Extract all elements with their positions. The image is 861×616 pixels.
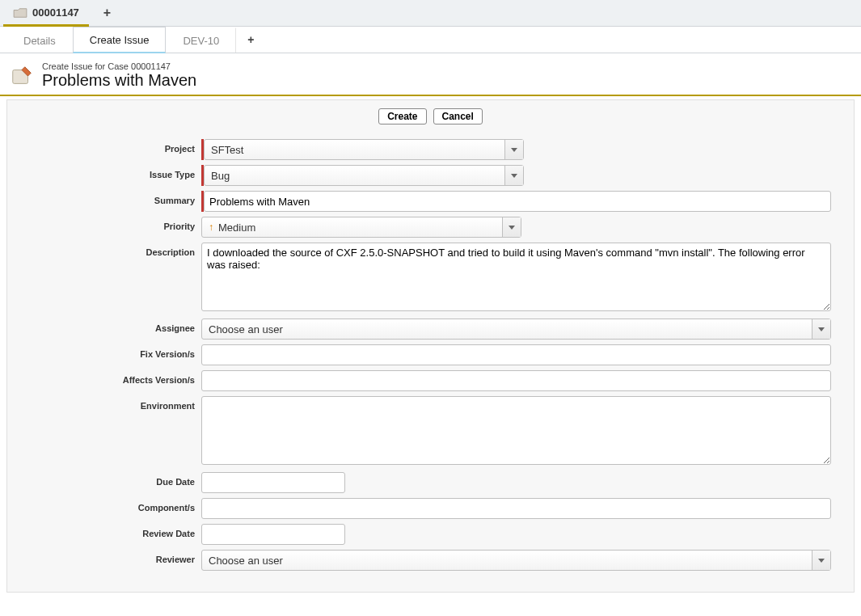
priority-arrow-icon: ↑ xyxy=(209,222,213,233)
case-icon xyxy=(13,7,27,19)
action-buttons: Create Cancel xyxy=(7,108,854,124)
assignee-placeholder: Choose an user xyxy=(202,323,812,335)
label-issue-type: Issue Type xyxy=(7,165,201,179)
dropdown-icon xyxy=(504,166,523,185)
case-number: 00001147 xyxy=(32,6,79,19)
dropdown-icon xyxy=(812,319,830,339)
form-panel: Create Cancel Project SFTest Issue Type … xyxy=(6,99,855,593)
issue-type-select[interactable]: Bug xyxy=(204,165,524,186)
reviewer-placeholder: Choose an user xyxy=(202,555,812,567)
description-textarea[interactable] xyxy=(201,243,831,311)
add-sub-tab-button[interactable]: + xyxy=(236,27,265,53)
required-mark xyxy=(201,191,204,212)
label-assignee: Assignee xyxy=(7,319,201,333)
summary-input[interactable] xyxy=(204,191,831,212)
label-review-date: Review Date xyxy=(7,524,201,538)
page-title: Problems with Maven xyxy=(42,71,196,90)
label-due-date: Due Date xyxy=(7,472,201,487)
label-summary: Summary xyxy=(7,191,201,205)
label-components: Component/s xyxy=(7,498,201,513)
add-top-tab-button[interactable]: + xyxy=(103,6,111,20)
header-divider xyxy=(0,95,861,96)
fix-versions-input[interactable] xyxy=(201,344,831,365)
label-fix-versions: Fix Version/s xyxy=(7,344,201,359)
case-tab[interactable]: 00001147 xyxy=(3,2,89,27)
issue-type-value: Bug xyxy=(205,170,504,182)
due-date-input[interactable] xyxy=(201,472,345,493)
affects-versions-input[interactable] xyxy=(201,370,831,391)
tab-dev-10[interactable]: DEV-10 xyxy=(166,27,236,53)
dropdown-icon xyxy=(502,217,521,237)
label-project: Project xyxy=(7,139,201,154)
priority-value: Medium xyxy=(218,222,255,234)
dropdown-icon xyxy=(812,551,830,570)
environment-textarea[interactable] xyxy=(201,396,831,465)
required-mark xyxy=(201,139,204,160)
create-button[interactable]: Create xyxy=(378,108,426,124)
create-issue-icon xyxy=(10,64,34,88)
priority-select[interactable]: ↑Medium xyxy=(201,217,521,238)
dropdown-icon xyxy=(504,140,523,159)
reviewer-select[interactable]: Choose an user xyxy=(201,550,831,571)
tab-create-issue[interactable]: Create Issue xyxy=(73,27,167,53)
components-input[interactable] xyxy=(201,498,831,519)
tab-details[interactable]: Details xyxy=(6,27,73,53)
sub-tab-bar: Details Create Issue DEV-10 + xyxy=(0,27,861,53)
label-affects-versions: Affects Version/s xyxy=(7,370,201,385)
assignee-select[interactable]: Choose an user xyxy=(201,319,831,340)
label-environment: Environment xyxy=(7,396,201,411)
cancel-button[interactable]: Cancel xyxy=(433,108,483,124)
project-select[interactable]: SFTest xyxy=(204,139,524,160)
project-value: SFTest xyxy=(205,144,504,156)
label-reviewer: Reviewer xyxy=(7,550,201,564)
top-tab-bar: 00001147 + xyxy=(0,0,861,27)
label-description: Description xyxy=(7,243,201,257)
review-date-input[interactable] xyxy=(201,524,345,545)
label-priority: Priority xyxy=(7,217,201,231)
page-pretitle: Create Issue for Case 00001147 xyxy=(42,61,196,71)
page-header: Create Issue for Case 00001147 Problems … xyxy=(0,53,861,95)
required-mark xyxy=(201,165,204,186)
